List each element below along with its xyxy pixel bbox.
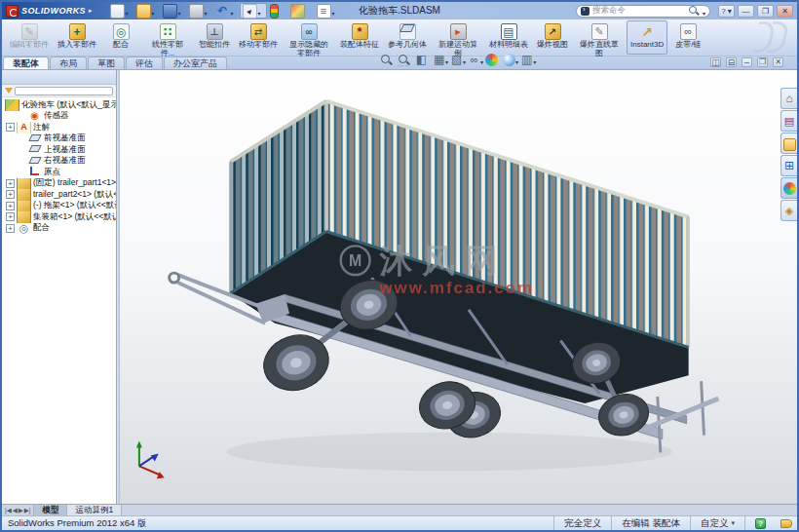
help-button[interactable]: ? ▾ (718, 5, 735, 18)
tree-item[interactable]: 注解 (4, 122, 116, 133)
task-pane-tab[interactable] (780, 200, 797, 221)
tree-item[interactable]: 上视基准面 (4, 144, 116, 156)
dropdown-caret-icon[interactable] (152, 2, 158, 19)
ribbon-tab[interactable]: 装配体 (3, 57, 49, 69)
heads-up-button[interactable] (450, 51, 466, 68)
tree-item[interactable]: 配合 (4, 223, 116, 235)
panel-tab[interactable] (31, 71, 43, 83)
filter-funnel-icon[interactable] (5, 88, 13, 94)
ribbon-tab[interactable]: 布局 (50, 57, 87, 69)
quick-toolbar-button[interactable] (213, 3, 239, 19)
quick-toolbar-button[interactable] (288, 3, 314, 19)
cm-button[interactable]: 皮带/链 (668, 20, 707, 55)
last-tab-icon[interactable]: ▶| (24, 507, 31, 514)
tree-item[interactable]: (-) 拖架<1> (默认<<默认>_显 (4, 201, 116, 212)
doc-window-button[interactable] (757, 57, 768, 67)
heads-up-caret-icon[interactable] (515, 51, 518, 68)
cm-button[interactable]: 装配体特征 (336, 20, 383, 55)
heads-up-caret-icon[interactable] (480, 51, 483, 68)
cm-button[interactable]: 线性零部件... (141, 20, 194, 55)
quick-tips-icon[interactable]: ? (755, 518, 766, 529)
dropdown-caret-icon[interactable] (178, 2, 184, 19)
tag-icon[interactable] (780, 519, 792, 528)
dropdown-caret-icon[interactable] (332, 2, 338, 19)
doc-window-button[interactable] (710, 57, 721, 67)
cm-button[interactable]: Instant3D (627, 20, 667, 55)
minimize-button[interactable]: — (738, 5, 754, 18)
heads-up-caret-icon[interactable] (445, 51, 448, 68)
doc-tab[interactable]: 模型 (34, 505, 67, 515)
tree-item[interactable]: 右视基准面 (4, 156, 116, 168)
doc-tab[interactable]: 运动算例1 (67, 505, 122, 515)
expand-icon[interactable] (6, 224, 15, 233)
dropdown-caret-icon[interactable] (126, 2, 132, 19)
expand-icon[interactable] (6, 123, 15, 132)
search-icon[interactable] (688, 5, 700, 17)
quick-toolbar-button[interactable] (240, 3, 267, 19)
heads-up-caret-icon[interactable] (463, 51, 466, 68)
graphics-viewport[interactable]: M 沐风网 www.mfcad.com (120, 70, 797, 504)
ribbon-tab[interactable]: 草图 (88, 57, 125, 69)
task-pane-tab[interactable] (780, 177, 797, 199)
search-input[interactable]: 搜索命令 (592, 5, 685, 17)
tree-item[interactable]: 原点 (4, 167, 116, 178)
panel-tab[interactable] (4, 71, 16, 83)
tree-item[interactable]: (固定) trailer_part1<1> (默认< (4, 178, 116, 190)
ribbon-tab[interactable]: 办公室产品 (164, 57, 227, 69)
heads-up-button[interactable] (415, 51, 431, 68)
cm-button[interactable]: 编辑零部件 (6, 20, 53, 55)
doc-window-button[interactable] (773, 57, 783, 67)
custom-menu[interactable]: 自定义▾ (690, 516, 744, 530)
cm-dropdown-caret-icon[interactable] (256, 50, 259, 56)
heads-up-button[interactable] (380, 51, 396, 68)
cm-button[interactable]: 新建运动算例 (432, 20, 484, 55)
quick-toolbar-button[interactable] (187, 3, 212, 19)
heads-up-caret-icon[interactable] (533, 51, 536, 68)
quick-toolbar-button[interactable] (315, 3, 340, 19)
doc-window-button[interactable] (742, 57, 752, 67)
quick-toolbar-button[interactable] (108, 3, 133, 19)
expand-icon[interactable] (6, 179, 15, 188)
task-pane-tab[interactable] (780, 88, 797, 109)
expand-icon[interactable] (6, 190, 15, 199)
tree-item[interactable]: 集装箱<1> (默认<<默认>_显 (4, 211, 116, 223)
tree-item[interactable]: trailer_part2<1> (默认<<默认 (4, 189, 116, 201)
menu-expand-arrow-icon[interactable]: ▸ (89, 7, 93, 15)
next-tab-icon[interactable]: ▶ (19, 507, 23, 514)
dropdown-caret-icon[interactable] (205, 2, 210, 19)
tree-filter-input[interactable] (15, 87, 113, 95)
dropdown-caret-icon[interactable] (231, 2, 237, 19)
first-tab-icon[interactable]: |◀ (5, 507, 12, 514)
ribbon-tab[interactable]: 评估 (126, 57, 163, 69)
cm-button[interactable]: 移动零部件 (235, 20, 282, 55)
tree-root-item[interactable]: 化验拖车 (默认<默认_显示状态-1> (4, 99, 116, 111)
quick-toolbar-button[interactable] (161, 3, 186, 19)
cm-button[interactable]: 插入零部件 (54, 20, 100, 55)
restore-button[interactable]: ❐ (757, 5, 774, 18)
doc-window-button[interactable] (726, 57, 737, 67)
expand-icon[interactable] (6, 212, 15, 221)
cm-button[interactable]: 爆炸直线草图 (573, 20, 626, 55)
search-commands-box[interactable]: 搜索命令 (576, 5, 710, 18)
close-button[interactable]: ✕ (777, 5, 793, 18)
dropdown-caret-icon[interactable] (258, 2, 264, 19)
heads-up-button[interactable] (468, 51, 483, 68)
tree-item[interactable]: 传感器 (4, 111, 116, 123)
cm-button[interactable]: 显示隐藏的零部件 (283, 20, 335, 55)
task-pane-tab[interactable] (780, 133, 797, 154)
tab-scroll-buttons[interactable]: |◀ ◀ ▶ ▶| (2, 505, 34, 515)
task-pane-tab[interactable] (780, 155, 797, 176)
heads-up-button[interactable] (503, 51, 518, 68)
cm-button[interactable]: 智能扣件 (195, 20, 234, 55)
search-scope-icon[interactable] (581, 7, 590, 16)
heads-up-button[interactable] (485, 51, 501, 68)
quick-toolbar-button[interactable] (134, 3, 160, 19)
quick-toolbar-button[interactable] (268, 3, 287, 19)
cm-button[interactable]: 配合 (101, 20, 140, 55)
expand-icon[interactable] (6, 202, 15, 210)
viewport-3d-model[interactable]: M 沐风网 www.mfcad.com (120, 70, 797, 504)
tree-item[interactable]: 前视基准面 (4, 133, 116, 145)
prev-tab-icon[interactable]: ◀ (13, 507, 18, 514)
cm-dropdown-caret-icon[interactable] (358, 50, 361, 56)
solidworks-menu[interactable]: SOLIDWORKS ▸ (6, 5, 93, 18)
